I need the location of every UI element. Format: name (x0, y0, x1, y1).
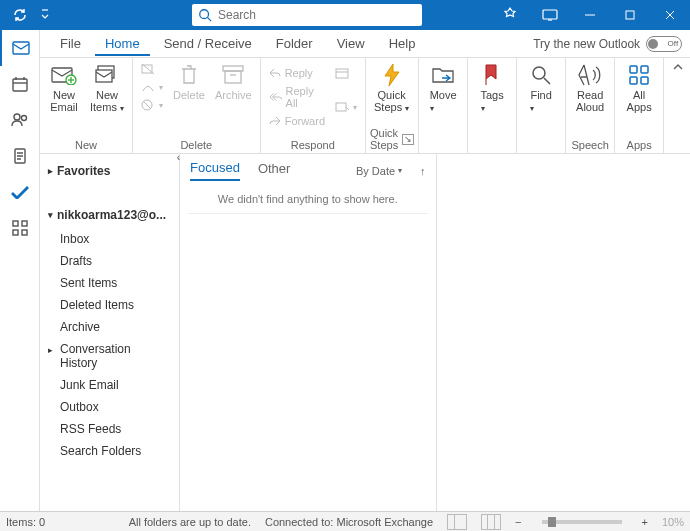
favorites-section[interactable]: ▸Favorites (40, 158, 179, 184)
search-input[interactable] (218, 8, 416, 22)
svg-rect-19 (13, 230, 18, 235)
svg-rect-27 (142, 65, 152, 73)
new-items-button[interactable]: New Items ▾ (86, 61, 128, 115)
svg-line-2 (208, 18, 212, 22)
zoom-out-icon[interactable]: − (515, 516, 521, 528)
svg-rect-36 (336, 103, 346, 111)
view-reading-icon[interactable] (481, 514, 501, 530)
display-settings-icon[interactable] (530, 0, 570, 30)
status-bar: Items: 0 All folders are up to date. Con… (0, 511, 690, 531)
title-bar (0, 0, 690, 30)
nav-people-icon[interactable] (0, 102, 40, 138)
tab-home[interactable]: Home (95, 32, 150, 56)
svg-rect-31 (223, 66, 243, 71)
nav-mail-icon[interactable] (0, 30, 40, 66)
empty-message: We didn't find anything to show here. (188, 187, 428, 214)
search-icon (198, 8, 212, 22)
qat-dropdown-icon[interactable] (38, 3, 52, 27)
meeting-button[interactable] (331, 65, 361, 81)
tab-folder[interactable]: Folder (266, 32, 323, 55)
svg-rect-39 (630, 66, 637, 73)
tags-button[interactable]: Tags▾ (472, 61, 512, 115)
quick-steps-button[interactable]: Quick Steps ▾ (370, 61, 413, 115)
zoom-in-icon[interactable]: + (642, 516, 648, 528)
view-normal-icon[interactable] (447, 514, 467, 530)
svg-point-14 (14, 114, 20, 120)
read-aloud-button[interactable]: Read Aloud (570, 61, 610, 115)
search-box[interactable] (192, 4, 422, 26)
tab-help[interactable]: Help (379, 32, 426, 55)
group-label-quicksteps: Quick Steps↘ (370, 125, 414, 153)
move-button[interactable]: Move▾ (423, 61, 463, 115)
folder-deleted[interactable]: Deleted Items (40, 294, 179, 316)
status-sync: All folders are up to date. (129, 516, 251, 528)
tab-send-receive[interactable]: Send / Receive (154, 32, 262, 55)
all-apps-button[interactable]: All Apps (619, 61, 659, 115)
group-label-delete: Delete (137, 137, 256, 153)
svg-line-30 (143, 101, 151, 109)
svg-rect-3 (543, 10, 557, 19)
tab-file[interactable]: File (50, 32, 91, 55)
reply-button[interactable]: Reply (265, 65, 329, 81)
account-section[interactable]: ▾nikkoarma123@o... (40, 202, 179, 228)
svg-line-38 (544, 78, 550, 84)
svg-rect-18 (22, 221, 27, 226)
sort-direction-icon[interactable]: ↑ (420, 165, 426, 177)
svg-rect-41 (630, 77, 637, 84)
svg-rect-17 (13, 221, 18, 226)
nav-calendar-icon[interactable] (0, 66, 40, 102)
maximize-button[interactable] (610, 0, 650, 30)
folder-search-folders[interactable]: Search Folders (40, 440, 179, 462)
pivot-focused[interactable]: Focused (190, 160, 240, 181)
nav-tasks-icon[interactable] (0, 174, 40, 210)
delete-button[interactable]: Delete (169, 61, 209, 103)
folder-inbox[interactable]: Inbox (40, 228, 179, 250)
folder-archive[interactable]: Archive (40, 316, 179, 338)
forward-button[interactable]: Forward (265, 113, 329, 129)
sort-button[interactable]: By Date ▾ (356, 165, 402, 177)
folder-conversation-history[interactable]: ▸Conversation History (40, 338, 179, 374)
folder-drafts[interactable]: Drafts (40, 250, 179, 272)
menu-bar: File Home Send / Receive Folder View Hel… (40, 30, 690, 58)
more-respond-button[interactable]: ▾ (331, 99, 361, 115)
reading-pane (437, 154, 690, 511)
tab-view[interactable]: View (327, 32, 375, 55)
svg-rect-6 (626, 11, 634, 19)
ribbon: New Email New Items ▾ New ▾ ▾ (40, 58, 690, 154)
reply-all-button[interactable]: Reply All (265, 83, 329, 111)
zoom-slider[interactable] (542, 520, 622, 524)
sync-icon[interactable] (8, 3, 32, 27)
collapse-folder-pane-icon[interactable]: ‹ (177, 152, 180, 163)
ignore-button[interactable] (137, 61, 167, 77)
minimize-button[interactable] (570, 0, 610, 30)
group-label-new: New (44, 137, 128, 153)
svg-rect-40 (641, 66, 648, 73)
try-new-toggle[interactable]: Off (646, 36, 682, 52)
svg-rect-20 (22, 230, 27, 235)
coming-soon-icon[interactable] (490, 0, 530, 30)
junk-button[interactable]: ▾ (137, 97, 167, 113)
zoom-level: 10% (662, 516, 684, 528)
folder-junk[interactable]: Junk Email (40, 374, 179, 396)
group-label-respond: Respond (265, 137, 361, 153)
new-email-button[interactable]: New Email (44, 61, 84, 115)
folder-rss[interactable]: RSS Feeds (40, 418, 179, 440)
svg-point-15 (21, 116, 26, 121)
status-items: Items: 0 (6, 516, 45, 528)
status-connected: Connected to: Microsoft Exchange (265, 516, 433, 528)
nav-strip (0, 30, 40, 511)
svg-rect-34 (336, 69, 348, 78)
svg-rect-42 (641, 77, 648, 84)
cleanup-button[interactable]: ▾ (137, 79, 167, 95)
collapse-ribbon-icon[interactable] (664, 58, 690, 153)
svg-rect-10 (13, 79, 27, 91)
pivot-other[interactable]: Other (258, 161, 291, 180)
nav-todo-icon[interactable] (0, 138, 40, 174)
folder-outbox[interactable]: Outbox (40, 396, 179, 418)
close-button[interactable] (650, 0, 690, 30)
try-new-label: Try the new Outlook (533, 37, 640, 51)
nav-apps-icon[interactable] (0, 210, 40, 246)
folder-sent[interactable]: Sent Items (40, 272, 179, 294)
archive-button[interactable]: Archive (211, 61, 256, 103)
find-button[interactable]: Find▾ (521, 61, 561, 115)
